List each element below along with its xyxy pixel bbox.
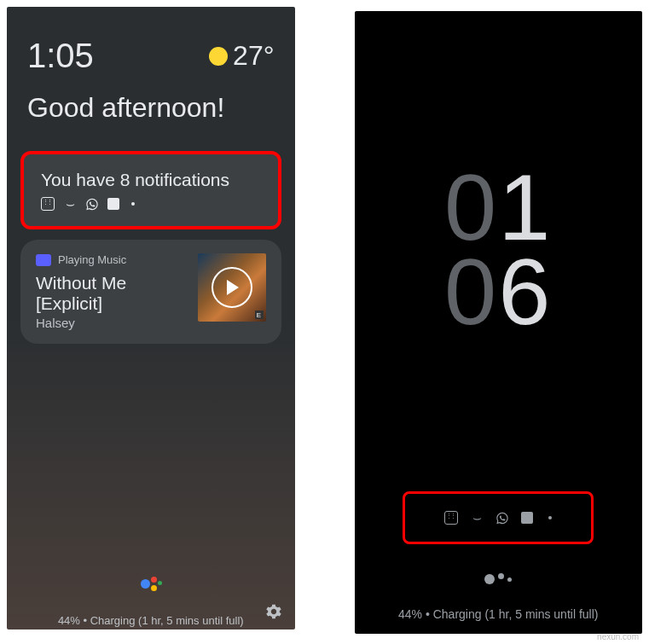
google-assistant-icon[interactable] [484,573,512,584]
sun-icon [209,47,228,66]
amazon-icon: ⌣ [61,197,78,211]
aod-clock: 0 1 0 6 [355,11,643,334]
charging-status: 44% • Charging (1 hr, 5 mins until full) [355,607,643,621]
app-icon [521,512,533,524]
clock-time: 1:05 [27,37,94,75]
charging-status: 44% • Charging (1 hr, 5 mins until full) [7,614,295,629]
calendar-icon [41,197,55,211]
whatsapp-icon [85,197,99,211]
hour-tens: 0 [444,165,498,249]
more-dot-icon [131,202,135,206]
temperature: 27° [233,40,274,72]
play-button[interactable] [212,267,252,308]
notification-icons: ⌣ [41,197,261,211]
app-icon [107,198,119,210]
media-card[interactable]: Playing Music Without Me [Explicit] Hals… [20,240,281,344]
watermark: nexun.com [597,632,639,641]
calendar-icon [444,511,458,525]
media-source-label: Playing Music [58,253,126,266]
google-assistant-icon[interactable] [139,577,163,594]
more-dot-icon [548,516,552,519]
settings-gear-icon[interactable] [264,602,283,624]
always-on-display: 0 1 0 6 ⌣ 44% • Charging (1 hr, 5 mins [355,11,643,634]
media-app-badge-icon [36,254,51,266]
minute-tens: 0 [444,249,498,334]
whatsapp-icon [495,511,509,525]
weather-widget[interactable]: 27° [209,40,274,72]
greeting-text: Good afternoon! [7,84,295,141]
aod-notification-icons[interactable]: ⌣ [403,491,594,544]
amazon-icon: ⌣ [469,511,485,525]
play-icon [227,280,239,295]
hour-ones: 1 [498,165,552,249]
status-row: 1:05 27° [7,7,295,84]
minute-ones: 6 [498,249,552,334]
lockscreen-left: 1:05 27° Good afternoon! You have 8 noti… [7,7,295,629]
notifications-title: You have 8 notifications [41,170,261,190]
media-track-title: Without Me [Explicit] [36,273,198,314]
media-artist: Halsey [36,316,198,330]
notifications-card[interactable]: You have 8 notifications ⌣ [20,151,281,229]
